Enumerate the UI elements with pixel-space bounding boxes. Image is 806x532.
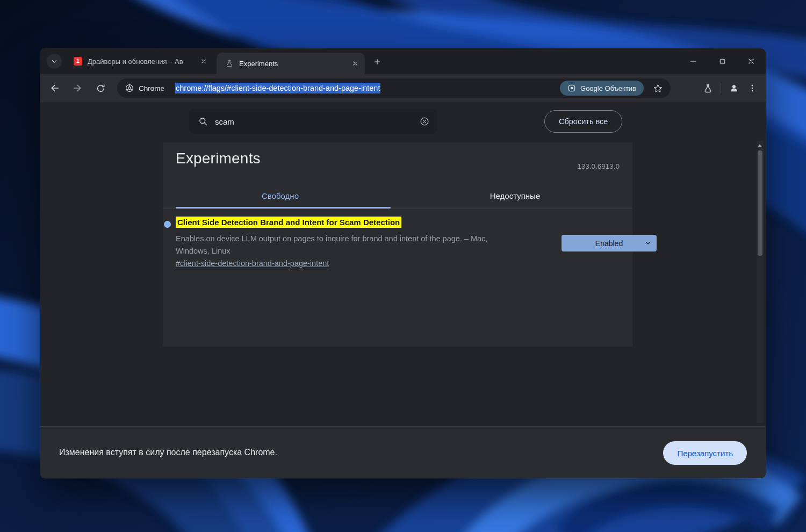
google-lens-icon bbox=[567, 84, 576, 92]
tab-unavailable[interactable]: Недоступные bbox=[398, 185, 632, 209]
chrome-logo-icon bbox=[125, 83, 134, 93]
restart-footer: Изменения вступят в силу после перезапус… bbox=[40, 426, 766, 478]
page-title: Experiments bbox=[176, 150, 261, 167]
tab-drivers[interactable]: 1 Драйверы и обновления – Ав bbox=[65, 48, 213, 74]
scroll-up-button[interactable] bbox=[758, 143, 762, 148]
restart-notice: Изменения вступят в силу после перезапус… bbox=[59, 448, 277, 457]
maximize-button[interactable] bbox=[708, 48, 737, 74]
url-text: chrome://flags/#client-side-detection-br… bbox=[175, 84, 380, 92]
minimize-button[interactable] bbox=[679, 48, 708, 74]
profile-button[interactable] bbox=[725, 79, 743, 97]
plus-icon bbox=[373, 57, 382, 66]
flag-name: Client Side Detection Brand and Intent f… bbox=[176, 218, 401, 227]
tab-experiments[interactable]: Experiments bbox=[217, 53, 365, 74]
flags-search-box bbox=[189, 109, 437, 134]
bookmark-star-button[interactable] bbox=[650, 81, 665, 96]
maximize-icon bbox=[718, 57, 727, 66]
reload-icon bbox=[96, 83, 106, 94]
flags-panel: Experiments 133.0.6913.0 Свободно Недост… bbox=[163, 142, 632, 347]
flag-description: Enables on device LLM output on pages to… bbox=[176, 233, 509, 257]
labs-button[interactable] bbox=[699, 79, 717, 97]
forward-arrow-icon bbox=[72, 83, 83, 94]
star-icon bbox=[653, 83, 663, 94]
site-chip-label: Chrome bbox=[139, 84, 164, 92]
flag-value-select[interactable]: Enabled bbox=[562, 235, 657, 251]
browser-window: 1 Драйверы и обновления – Ав Experiments bbox=[40, 48, 766, 478]
flag-permalink-link[interactable]: #client-side-detection-brand-and-page-in… bbox=[176, 259, 329, 268]
chevron-down-icon bbox=[644, 239, 652, 247]
tab-available[interactable]: Свободно bbox=[163, 185, 398, 209]
tab-title: Драйверы и обновления – Ав bbox=[88, 57, 183, 66]
restart-button[interactable]: Перезапустить bbox=[663, 441, 747, 465]
close-icon bbox=[746, 56, 756, 66]
tab-close-button[interactable] bbox=[350, 58, 361, 69]
desktop: 1 Драйверы и обновления – Ав Experiments bbox=[0, 0, 806, 532]
page-scrollbar bbox=[757, 141, 764, 423]
forward-button[interactable] bbox=[68, 79, 87, 97]
flask-favicon-icon bbox=[225, 59, 234, 68]
google-lens-button[interactable]: Google Объектив bbox=[560, 81, 644, 96]
new-tab-button[interactable] bbox=[370, 54, 384, 69]
reload-button[interactable] bbox=[91, 79, 110, 97]
flags-tabs: Свободно Недоступные bbox=[163, 185, 632, 209]
scrollbar-thumb[interactable] bbox=[758, 150, 762, 256]
close-icon bbox=[200, 57, 207, 65]
search-icon bbox=[198, 116, 208, 127]
tab-strip: 1 Драйверы и обновления – Ав Experiments bbox=[40, 48, 766, 74]
clear-circle-icon bbox=[419, 116, 430, 127]
tab-title: Experiments bbox=[239, 60, 278, 68]
clear-search-button[interactable] bbox=[419, 116, 430, 127]
back-arrow-icon bbox=[49, 83, 60, 94]
flags-page: Сбросить все Experiments 133.0.6913.0 Св… bbox=[40, 102, 766, 426]
reset-all-button[interactable]: Сбросить все bbox=[544, 110, 622, 133]
flask-icon bbox=[703, 83, 713, 94]
modified-flag-dot bbox=[164, 221, 171, 228]
browser-toolbar: Chrome chrome://flags/#client-side-detec… bbox=[40, 74, 766, 102]
profile-avatar-icon bbox=[729, 83, 739, 94]
close-icon bbox=[351, 60, 359, 67]
version-label: 133.0.6913.0 bbox=[577, 162, 620, 170]
tab-close-button[interactable] bbox=[198, 56, 209, 67]
google-lens-label: Google Объектив bbox=[580, 84, 636, 92]
tabs-divider bbox=[163, 209, 632, 209]
address-bar[interactable]: Chrome chrome://flags/#client-side-detec… bbox=[117, 78, 671, 98]
flag-value-label: Enabled bbox=[595, 239, 623, 248]
close-button[interactable] bbox=[737, 48, 766, 74]
tab-search-button[interactable] bbox=[47, 54, 62, 69]
back-button[interactable] bbox=[46, 79, 64, 97]
drivers-site-favicon: 1 bbox=[74, 57, 82, 66]
window-controls bbox=[679, 48, 766, 74]
kebab-menu-icon bbox=[747, 83, 757, 93]
menu-button[interactable] bbox=[743, 79, 761, 97]
toolbar-divider bbox=[721, 83, 721, 94]
chevron-down-icon bbox=[51, 57, 58, 65]
flags-search-input[interactable] bbox=[215, 117, 419, 126]
minimize-icon bbox=[688, 56, 698, 66]
toolbar-right-actions bbox=[699, 74, 761, 102]
